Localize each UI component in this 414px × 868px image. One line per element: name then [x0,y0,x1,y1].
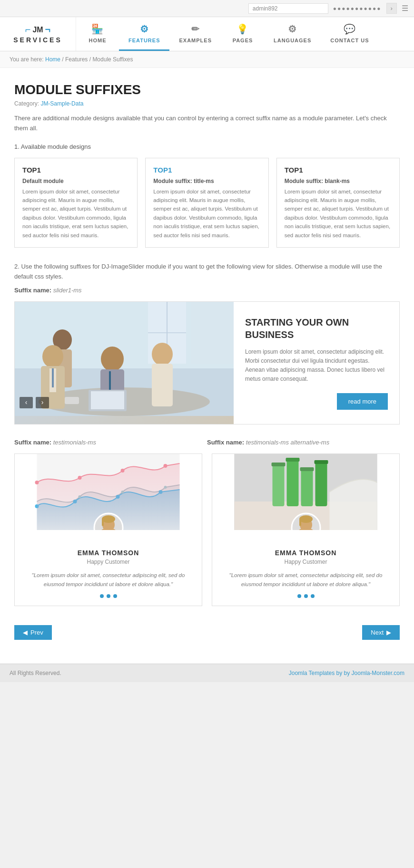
svg-point-34 [79,495,81,498]
logo-jm: ⌐ JM ¬ [13,24,62,35]
svg-rect-12 [52,368,54,387]
module-box-3-title: TOP1 [285,166,392,174]
module-box-2-body: Lorem ipsum dolor sit amet, consectetur … [153,187,260,240]
module-box-3-subtitle: Module suffix: blank-ms [285,178,392,184]
category-label: Category: [14,100,39,107]
nav-item-home[interactable]: 🏪 HOME [76,17,119,51]
testimonial-card-1: EMMA THOMSON Happy Customer "Lorem ipsum… [14,453,202,606]
card2-image [212,454,399,530]
page-description: There are additional module designs avai… [14,114,400,134]
admin-menu-icon[interactable]: ☰ [402,4,408,13]
svg-point-13 [101,347,124,371]
nav-label-contact: CONTACT US [330,38,369,43]
nav-item-contact[interactable]: 💬 CONTACT US [321,17,378,51]
testimonial-card-2: EMMA THOMSON Happy Customer "Lorem ipsum… [212,453,400,606]
breadcrumb-features: Features [65,56,88,63]
breadcrumb-current: Module Suffixes [92,56,133,63]
svg-rect-49 [272,463,286,466]
pagination-bar: ◀ Prev Next ▶ [14,620,400,645]
nav-item-features[interactable]: ⚙ FEATURES [119,17,169,51]
admin-password-dots: ●●●●●●●●●●● [333,5,382,12]
suffix2-value: testimonials-ms [53,439,96,446]
category-link[interactable]: JM-Sample-Data [40,100,83,107]
slider-content: STARTING YOUR OWN BUSINESS Lorem ipsum d… [234,302,399,424]
site-footer: All Rights Reserved. Joomla Templates by… [0,664,414,682]
nav-item-languages[interactable]: ⚙ LANGUAGES [264,17,321,51]
svg-point-9 [42,345,63,368]
card1-name: EMMA THOMSON [22,549,194,557]
dot2-1 [297,594,301,598]
card2-dots [220,594,392,598]
prev-button[interactable]: ◀ Prev [14,625,52,640]
testimonials-header: Suffix name: testimonials-ms Suffix name… [14,439,400,446]
page-title: MODULE SUFFIXES [14,82,400,97]
read-more-button[interactable]: read more [337,393,388,410]
slider-title: STARTING YOUR OWN BUSINESS [245,316,388,341]
module-box-2-subtitle: Module suffix: title-ms [153,178,260,184]
admin-username-input[interactable] [248,3,328,14]
module-box-1-body: Lorem ipsum dolor sit amet, consectetur … [22,187,129,240]
dot1-1 [100,594,104,598]
footer-copyright: All Rights Reserved. [10,670,61,676]
dot2-3 [311,594,315,598]
dot2-2 [304,594,308,598]
suffix2-label: Suffix name: [14,439,51,446]
footer-credit: Joomla Templates by by Joomla-Monster.co… [289,670,404,676]
nav-item-pages[interactable]: 💡 PAGES [221,17,264,51]
breadcrumb-sep1: / [62,56,65,63]
logo-bracket-left: ⌐ [25,24,31,35]
module-box-1-title: TOP1 [22,166,129,174]
nav-label-home: HOME [89,38,107,43]
svg-rect-51 [300,467,314,471]
contact-icon: 💬 [344,23,356,35]
suffix2-col: Suffix name: testimonials-ms [14,439,207,446]
svg-rect-45 [273,463,285,506]
admin-bar: ●●●●●●●●●●● › ☰ [0,0,414,17]
dot1-3 [113,594,117,598]
nav-label-features: FEATURES [128,38,160,43]
card1-image [15,454,202,530]
svg-rect-48 [315,461,327,506]
breadcrumb-prefix: You are here: [10,56,44,63]
footer-credit-text: Joomla Templates [289,670,335,676]
breadcrumb-home[interactable]: Home [45,56,60,63]
module-box-1-subtitle: Default module [22,178,129,184]
pages-icon: 💡 [237,23,249,35]
features-icon: ⚙ [140,23,149,35]
card2-avatar [291,512,321,530]
footer-by-text: by [336,670,344,676]
site-header: ⌐ JM ¬ SERVICES 🏪 HOME ⚙ FEATURES ✏ EXAM… [0,17,414,51]
nav-label-pages: PAGES [233,38,253,43]
module-box-3: TOP1 Module suffix: blank-ms Lorem ipsum… [276,158,400,248]
suffix1-value: slider1-ms [53,287,82,294]
breadcrumb: You are here: Home / Features / Module S… [0,51,414,68]
nav-item-examples[interactable]: ✏ EXAMPLES [169,17,221,51]
svg-rect-3 [191,302,234,364]
admin-arrow-button[interactable]: › [386,3,397,14]
svg-rect-15 [109,371,111,390]
card2-name: EMMA THOMSON [220,549,392,557]
category-line: Category: JM-Sample-Data [14,100,400,107]
card1-role: Happy Customer [22,559,194,565]
section2-description: 2. Use the following suffixes for DJ-Ima… [14,262,400,282]
logo: ⌐ JM ¬ SERVICES [13,24,62,44]
next-button[interactable]: Next ▶ [362,625,400,640]
card2-avatar-container [291,512,321,530]
suffix1-label: Suffix name: [14,287,51,294]
svg-rect-50 [286,458,300,462]
next-arrow: ▶ [386,629,391,636]
svg-text:‹: ‹ [25,398,28,406]
svg-point-56 [299,515,313,523]
svg-rect-47 [301,468,313,506]
svg-point-16 [152,343,173,366]
module-boxes: TOP1 Default module Lorem ipsum dolor si… [14,158,400,248]
logo-bracket-right: ¬ [45,24,51,35]
nav-label-languages: LANGUAGES [274,38,311,43]
svg-point-40 [102,515,115,523]
card1-quote: "Lorem ipsum dolor sit amet, consectetur… [22,571,194,588]
footer-credit-link[interactable]: Joomla Templates by by Joomla-Monster.co… [289,670,404,676]
card1-dots [22,594,194,598]
dot1-2 [107,594,110,598]
card1-body: EMMA THOMSON Happy Customer "Lorem ipsum… [15,530,202,606]
svg-rect-46 [287,459,299,506]
